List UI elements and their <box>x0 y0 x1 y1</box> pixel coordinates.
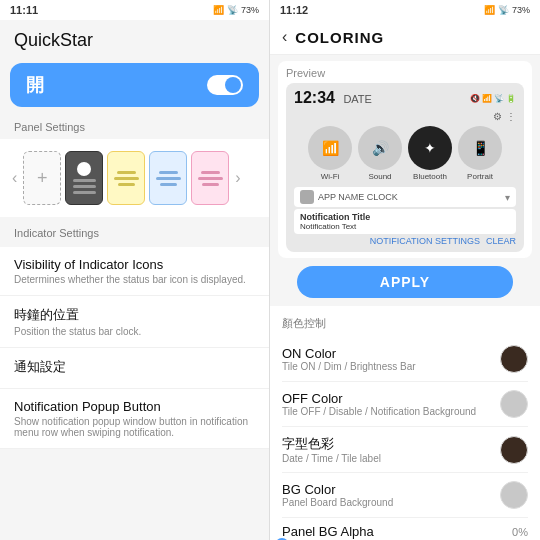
on-color-item[interactable]: ON Color Tile ON / Dim / Brightness Bar <box>282 337 528 382</box>
on-color-circle[interactable] <box>500 345 528 373</box>
tile-bluetooth-label: Bluetooth <box>413 172 447 181</box>
notif-settings-btn[interactable]: NOTIFICATION SETTINGS <box>370 236 480 246</box>
notification-settings-title: 通知設定 <box>14 358 255 376</box>
notification-popup-item[interactable]: Notification Popup Button Show notificat… <box>0 389 269 449</box>
clear-btn[interactable]: CLEAR <box>486 236 516 246</box>
app-title: QuickStar <box>0 20 269 57</box>
notification-settings-item[interactable]: 通知設定 <box>0 348 269 389</box>
on-color-name: ON Color <box>282 346 416 361</box>
left-status-icons: 📶 📡 73% <box>213 5 259 15</box>
tile-portrait: 📱 Portrait <box>458 126 502 181</box>
preview-widget: 12:34 DATE 🔇 📶 📡 🔋 ⚙ ⋮ 📶 <box>286 83 524 252</box>
more-icon: ⋮ <box>506 111 516 122</box>
left-panel: 11:11 📶 📡 73% QuickStar 開 Panel Settings… <box>0 0 270 540</box>
visibility-sub: Determines whether the status bar icon i… <box>14 274 255 285</box>
font-color-sub: Date / Time / Tile label <box>282 453 381 464</box>
tile-sound-label: Sound <box>368 172 391 181</box>
right-time: 11:12 <box>280 4 308 16</box>
indicator-section: Indicator Settings <box>0 219 269 247</box>
bg-color-item[interactable]: BG Color Panel Board Background <box>282 473 528 518</box>
preview-label: Preview <box>286 67 524 79</box>
preview-status-icons: 🔇 📶 📡 🔋 <box>470 94 516 103</box>
notif-title: Notification Title <box>300 212 510 222</box>
back-button[interactable]: ‹ <box>282 28 287 46</box>
panel-thumbnails: ‹ + <box>8 147 261 209</box>
bg-color-sub: Panel Board Background <box>282 497 393 508</box>
tile-sound: 🔊 Sound <box>358 126 402 181</box>
clock-position-sub: Position the status bar clock. <box>14 326 255 337</box>
toggle-row[interactable]: 開 <box>10 63 259 107</box>
status-bar-left: 11:11 📶 📡 73% <box>0 0 269 20</box>
pink-panel-thumb[interactable] <box>191 151 229 205</box>
off-color-sub: Tile OFF / Disable / Notification Backgr… <box>282 406 476 417</box>
tile-wifi: 📶 Wi-Fi <box>308 126 352 181</box>
preview-gear-row: ⚙ ⋮ <box>294 111 516 122</box>
slider-name: Panel BG Alpha <box>282 524 374 539</box>
clock-position-item[interactable]: 時鐘的位置 Position the status bar clock. <box>0 296 269 348</box>
color-section-title: 顏色控制 <box>282 312 528 335</box>
preview-app-name: APP NAME CLOCK <box>318 192 398 202</box>
add-panel-thumb[interactable]: + <box>23 151 61 205</box>
panel-settings-area: ‹ + <box>0 139 269 217</box>
preview-app-icon <box>300 190 314 204</box>
right-panel: 11:12 📶 📡 73% ‹ COLORING Preview 12:34 D… <box>270 0 540 540</box>
status-bar-right: 11:12 📶 📡 73% <box>270 0 540 20</box>
apply-button[interactable]: APPLY <box>297 266 513 298</box>
left-time: 11:11 <box>10 4 38 16</box>
font-color-circle[interactable] <box>500 436 528 464</box>
preview-bottom-row: NOTIFICATION SETTINGS CLEAR <box>294 236 516 246</box>
on-color-sub: Tile ON / Dim / Brightness Bar <box>282 361 416 372</box>
indicator-settings-label: Indicator Settings <box>14 227 255 239</box>
font-color-name: 字型色彩 <box>282 435 381 453</box>
preview-top-bar: 12:34 DATE 🔇 📶 📡 🔋 <box>294 89 516 107</box>
off-color-item[interactable]: OFF Color Tile OFF / Disable / Notificat… <box>282 382 528 427</box>
panel-nav-right[interactable]: › <box>233 169 242 187</box>
toggle-label: 開 <box>26 73 44 97</box>
preview-time: 12:34 <box>294 89 335 106</box>
panel-settings-label: Panel Settings <box>0 113 269 137</box>
panel-nav-left[interactable]: ‹ <box>10 169 19 187</box>
color-control-section: 顏色控制 ON Color Tile ON / Dim / Brightness… <box>270 306 540 540</box>
preview-chevron: ▾ <box>505 192 510 203</box>
off-color-circle[interactable] <box>500 390 528 418</box>
preview-tiles: 📶 Wi-Fi 🔊 Sound ✦ Bluetooth <box>294 126 516 181</box>
right-header: ‹ COLORING <box>270 20 540 55</box>
slider-value: 0% <box>512 526 528 538</box>
preview-app-row: APP NAME CLOCK ▾ <box>294 187 516 207</box>
preview-date: DATE <box>343 93 372 105</box>
bg-color-circle[interactable] <box>500 481 528 509</box>
toggle-switch[interactable] <box>207 75 243 95</box>
tile-bluetooth: ✦ Bluetooth <box>408 126 452 181</box>
yellow-panel-thumb[interactable] <box>107 151 145 205</box>
panel-bg-alpha-item: Panel BG Alpha 0% <box>282 518 528 540</box>
gear-icon: ⚙ <box>493 111 502 122</box>
font-color-item[interactable]: 字型色彩 Date / Time / Tile label <box>282 427 528 473</box>
tile-portrait-label: Portrait <box>467 172 493 181</box>
preview-notif: Notification Title Notification Text <box>294 209 516 234</box>
notification-popup-title: Notification Popup Button <box>14 399 255 414</box>
bg-color-name: BG Color <box>282 482 393 497</box>
off-color-name: OFF Color <box>282 391 476 406</box>
blue-panel-thumb[interactable] <box>149 151 187 205</box>
right-status-icons: 📶 📡 73% <box>484 5 530 15</box>
right-title: COLORING <box>295 29 384 46</box>
clock-position-title: 時鐘的位置 <box>14 306 255 324</box>
visibility-item[interactable]: Visibility of Indicator Icons Determines… <box>0 247 269 296</box>
notif-text: Notification Text <box>300 222 510 231</box>
preview-section: Preview 12:34 DATE 🔇 📶 📡 🔋 ⚙ ⋮ <box>278 61 532 258</box>
tile-wifi-label: Wi-Fi <box>321 172 340 181</box>
active-panel-thumb[interactable] <box>65 151 103 205</box>
visibility-title: Visibility of Indicator Icons <box>14 257 255 272</box>
notification-popup-sub: Show notification popup window button in… <box>14 416 255 438</box>
